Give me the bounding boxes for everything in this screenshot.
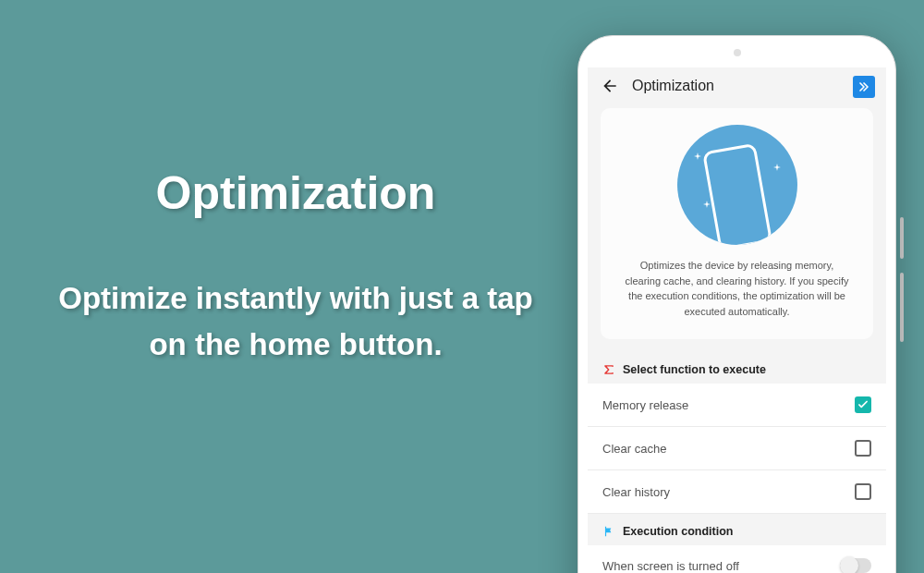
hero-illustration — [677, 125, 797, 245]
promo-subtitle: Optimize instantly with just a tap on th… — [37, 275, 554, 367]
sparkle-icon — [694, 152, 701, 160]
chevron-double-right-icon — [857, 79, 871, 94]
function-row-clear-history[interactable]: Clear history — [588, 470, 886, 514]
checkbox-icon[interactable] — [855, 440, 871, 457]
back-icon[interactable] — [601, 77, 619, 95]
hero-description: Optimizes the device by releasing memory… — [621, 258, 853, 319]
app-bar-title: Optimization — [632, 78, 714, 94]
condition-row-screen-off[interactable]: When screen is turned off — [588, 545, 886, 573]
section-title-conditions: Execution condition — [623, 525, 733, 538]
sparkle-icon — [773, 164, 781, 171]
list-item-label: Clear cache — [602, 442, 666, 456]
checkbox-icon[interactable] — [855, 396, 871, 413]
checkbox-icon[interactable] — [855, 483, 871, 500]
phone-frame: Optimization Optimizes the device by rel… — [578, 35, 896, 573]
sigma-icon — [602, 363, 615, 376]
section-header-conditions: Execution condition — [588, 518, 886, 545]
flag-icon — [602, 525, 615, 538]
sparkle-icon — [703, 201, 711, 208]
promo-title: Optimization — [37, 166, 554, 220]
phone-volume-button — [900, 273, 904, 342]
function-row-clear-cache[interactable]: Clear cache — [588, 427, 886, 470]
list-item-label: Clear history — [602, 485, 670, 499]
section-header-functions: Select function to execute — [588, 356, 886, 384]
phone-screen: Optimization Optimizes the device by rel… — [588, 67, 886, 573]
section-title-functions: Select function to execute — [623, 363, 766, 376]
run-button[interactable] — [853, 76, 875, 98]
toggle-switch[interactable] — [840, 558, 871, 573]
phone-power-button — [900, 217, 904, 259]
function-row-memory-release[interactable]: Memory release — [588, 384, 886, 427]
list-item-label: Memory release — [602, 398, 688, 412]
list-item-label: When screen is turned off — [602, 559, 739, 573]
promo-panel: Optimization Optimize instantly with jus… — [37, 166, 554, 367]
app-bar: Optimization — [588, 67, 886, 108]
hero-card: Optimizes the device by releasing memory… — [601, 108, 873, 339]
